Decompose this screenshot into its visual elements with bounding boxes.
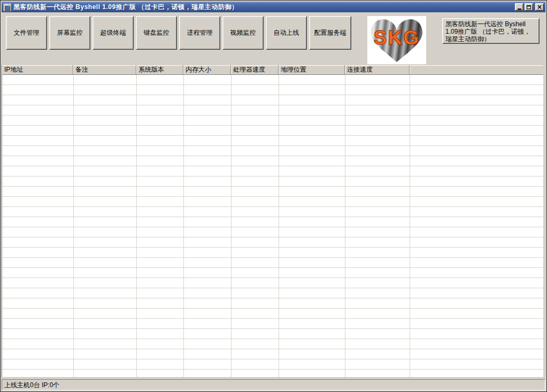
table-row (2, 105, 543, 116)
toolbar-button-super-terminal[interactable]: 超级终端 (93, 16, 134, 50)
toolbar-button-video-monitor[interactable]: 视频监控 (222, 16, 264, 50)
grid-vertical-line (73, 75, 74, 377)
table-row (2, 319, 543, 329)
heart-icon: SKG (369, 17, 425, 63)
app-window: 黑客防线新一代远控 Byshell 1.09推广版 （过卡巴，诺顿，瑞星主动防御… (0, 0, 547, 392)
close-icon: × (537, 4, 542, 10)
grid-vertical-line (279, 75, 279, 377)
table-row (2, 227, 543, 237)
column-header-memory-size[interactable]: 内存大小 (183, 65, 231, 75)
window-title: 黑客防线新一代远控 Byshell 1.09推广版 （过卡巴，诺顿，瑞星主动防御… (13, 3, 515, 12)
table-row (2, 237, 543, 248)
toolbar-button-configure-server[interactable]: 配置服务端 (309, 16, 351, 50)
toolbar-button-auto-online[interactable]: 自动上线 (266, 16, 307, 50)
column-header-remark[interactable]: 备注 (73, 65, 136, 75)
grid-vertical-line (183, 75, 184, 377)
column-header-filler[interactable] (410, 65, 543, 75)
table-row (2, 197, 543, 207)
close-button[interactable]: × (535, 3, 544, 11)
maximize-button[interactable] (525, 3, 533, 11)
table-row (2, 166, 543, 176)
table-row (2, 349, 543, 359)
table-row (2, 248, 543, 258)
table-row (2, 136, 543, 146)
skg-logo: SKG (367, 16, 426, 64)
table-row (2, 207, 543, 217)
status-text: 上线主机0台 IP:0个 (4, 381, 59, 389)
grid-vertical-line (231, 75, 232, 377)
table-row (2, 278, 543, 288)
table-row (2, 95, 543, 105)
table-row (2, 85, 543, 95)
toolbar-button-keyboard-monitor[interactable]: 键盘监控 (136, 16, 177, 50)
table-row (2, 309, 543, 319)
table-row (2, 329, 543, 339)
table-header-row: IP地址备注系统版本内存大小处理器速度地理位置连接速度 (2, 65, 543, 75)
table-body[interactable] (2, 75, 543, 377)
minimize-button[interactable] (515, 3, 523, 11)
table-row (2, 268, 543, 278)
table-row (2, 146, 543, 156)
table-row (2, 156, 543, 166)
about-info-button[interactable]: 黑客防线新一代远控 Byshell 1.09推广版 （过卡巴，诺顿，瑞星主动防御… (442, 18, 540, 44)
table-row (2, 359, 543, 370)
table-row (2, 370, 543, 377)
titlebar[interactable]: 黑客防线新一代远控 Byshell 1.09推广版 （过卡巴，诺顿，瑞星主动防御… (2, 2, 545, 12)
toolbar-button-screen-monitor[interactable]: 屏幕监控 (49, 16, 90, 50)
column-header-cpu-speed[interactable]: 处理器速度 (231, 65, 279, 75)
maximize-icon (527, 5, 531, 9)
table-row (2, 258, 543, 268)
skg-logo-text: SKG (374, 26, 420, 49)
column-header-os-version[interactable]: 系统版本 (136, 65, 183, 75)
column-header-connection-speed[interactable]: 连接速度 (345, 65, 410, 75)
table-row (2, 217, 543, 227)
grid-vertical-line (410, 75, 410, 377)
window-controls: × (515, 3, 544, 11)
minimize-icon (518, 9, 521, 10)
host-table: IP地址备注系统版本内存大小处理器速度地理位置连接速度 (2, 65, 543, 377)
table-row (2, 75, 543, 85)
table-row (2, 288, 543, 298)
table-row (2, 187, 543, 197)
column-header-location[interactable]: 地理位置 (279, 65, 345, 75)
column-header-ip-address[interactable]: IP地址 (2, 65, 73, 75)
status-bar: 上线主机0台 IP:0个 (2, 379, 545, 390)
window-icon[interactable] (3, 3, 11, 11)
grid-vertical-line (136, 75, 137, 377)
table-row (2, 176, 543, 187)
table-row (2, 298, 543, 309)
table-row (2, 126, 543, 136)
table-row (2, 339, 543, 349)
toolbar-button-process-manager[interactable]: 进程管理 (179, 16, 220, 50)
toolbar: SKG 黑客防线新一代远控 Byshell 1.09推广版 （过卡巴，诺顿，瑞星… (2, 12, 545, 65)
grid-vertical-line (345, 75, 345, 377)
table-row (2, 116, 543, 126)
toolbar-button-file-manager[interactable]: 文件管理 (6, 16, 47, 50)
